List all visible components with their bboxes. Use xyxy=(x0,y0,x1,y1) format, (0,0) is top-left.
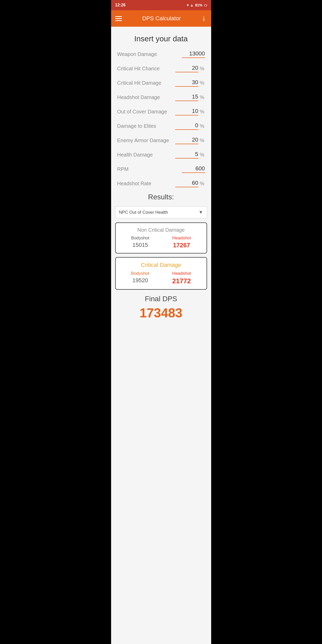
critical-bodyshot-label: Bodyshot xyxy=(131,271,149,276)
non-critical-card-row: Bodyshot 15015 Headshot 17267 xyxy=(120,236,202,249)
input-wrapper-rpm xyxy=(182,165,205,173)
non-critical-bodyshot-label: Bodyshot xyxy=(131,236,149,241)
input-wrapper-damage-to-elites: % xyxy=(175,122,205,130)
signal-icon: ▲ xyxy=(190,3,194,7)
share-button[interactable]: ⭳ xyxy=(201,15,207,22)
input-health-damage[interactable] xyxy=(175,151,198,159)
hamburger-line-1 xyxy=(115,16,122,17)
menu-button[interactable] xyxy=(115,16,122,21)
input-wrapper-critical-hit-chance: % xyxy=(175,65,205,72)
non-critical-headshot-value: 17267 xyxy=(173,242,190,249)
unit-health-damage: % xyxy=(200,152,205,158)
non-critical-bodyshot-col: Bodyshot 15015 xyxy=(131,236,149,249)
unit-critical-hit-damage: % xyxy=(200,80,205,86)
form-row-rpm: RPM xyxy=(115,164,207,174)
label-rpm: RPM xyxy=(117,166,182,172)
label-weapon-damage: Weapon Damage xyxy=(117,51,182,57)
final-dps-label: Final DPS xyxy=(115,295,207,303)
hamburger-line-3 xyxy=(115,20,122,21)
form-row-health-damage: Health Damage % xyxy=(115,150,207,160)
input-wrapper-headshot-rate: % xyxy=(175,180,205,187)
status-bar: 12:26 ▾ ▲ 81% ⬭ xyxy=(111,0,211,10)
npc-dropdown[interactable]: NPC Out of Cover Health ▼ xyxy=(115,206,207,218)
label-critical-hit-damage: Critical Hit Damage xyxy=(117,80,175,86)
input-enemy-armor-damage[interactable] xyxy=(175,136,198,144)
form-row-weapon-damage: Weapon Damage xyxy=(115,49,207,59)
unit-critical-hit-chance: % xyxy=(200,66,205,72)
form-fields: Weapon Damage Critical Hit Chance % Crit… xyxy=(115,49,207,188)
label-health-damage: Health Damage xyxy=(117,152,175,158)
unit-enemy-armor-damage: % xyxy=(200,138,205,143)
dropdown-selected-label: NPC Out of Cover Health xyxy=(119,210,168,215)
non-critical-card-title: Non Critical Damage xyxy=(120,227,202,233)
final-dps-value: 173483 xyxy=(115,306,207,320)
critical-card-title: Critical Damage xyxy=(120,262,202,268)
input-wrapper-enemy-armor-damage: % xyxy=(175,136,205,144)
battery-percentage: 81% xyxy=(195,3,202,7)
input-wrapper-critical-hit-damage: % xyxy=(175,79,205,87)
input-rpm[interactable] xyxy=(182,165,205,173)
input-damage-to-elites[interactable] xyxy=(175,122,198,130)
non-critical-bodyshot-value: 15015 xyxy=(132,242,148,248)
form-row-out-of-cover-damage: Out of Cover Damage % xyxy=(115,107,207,116)
critical-damage-card: Critical Damage Bodyshot 19520 Headshot … xyxy=(115,257,207,290)
final-dps-section: Final DPS 173483 xyxy=(115,295,207,328)
input-out-of-cover-damage[interactable] xyxy=(175,108,198,115)
unit-headshot-rate: % xyxy=(200,181,205,187)
critical-headshot-col: Headshot 21772 xyxy=(172,271,191,285)
results-title: Results: xyxy=(115,193,207,201)
input-wrapper-weapon-damage xyxy=(182,50,205,58)
input-weapon-damage[interactable] xyxy=(182,50,205,58)
label-damage-to-elites: Damage to Elites xyxy=(117,123,175,129)
input-headshot-rate[interactable] xyxy=(175,180,198,187)
input-critical-hit-damage[interactable] xyxy=(175,79,198,87)
input-critical-hit-chance[interactable] xyxy=(175,65,198,72)
critical-card-row: Bodyshot 19520 Headshot 21772 xyxy=(120,271,202,285)
input-wrapper-health-damage: % xyxy=(175,151,205,159)
critical-headshot-label: Headshot xyxy=(172,271,191,276)
input-headshot-damage[interactable] xyxy=(175,93,198,101)
critical-bodyshot-col: Bodyshot 19520 xyxy=(131,271,149,285)
label-out-of-cover-damage: Out of Cover Damage xyxy=(117,109,175,115)
form-row-enemy-armor-damage: Enemy Armor Damage % xyxy=(115,135,207,145)
unit-out-of-cover-damage: % xyxy=(200,109,205,115)
phone-container: 12:26 ▾ ▲ 81% ⬭ DPS Calculator ⭳ Insert … xyxy=(111,0,211,644)
form-row-damage-to-elites: Damage to Elites % xyxy=(115,121,207,131)
form-row-headshot-rate: Headshot Rate % xyxy=(115,179,207,188)
form-row-critical-hit-damage: Critical Hit Damage % xyxy=(115,78,207,88)
critical-headshot-value: 21772 xyxy=(172,277,191,285)
label-critical-hit-chance: Critical Hit Chance xyxy=(117,66,175,72)
status-right: ▾ ▲ 81% ⬭ xyxy=(187,3,207,7)
non-critical-headshot-col: Headshot 17267 xyxy=(172,236,191,249)
non-critical-damage-card: Non Critical Damage Bodyshot 15015 Heads… xyxy=(115,222,207,253)
main-content: Insert your data Weapon Damage Critical … xyxy=(111,27,211,336)
form-row-headshot-damage: Headshot Damage % xyxy=(115,92,207,102)
label-enemy-armor-damage: Enemy Armor Damage xyxy=(117,138,175,143)
label-headshot-damage: Headshot Damage xyxy=(117,94,175,100)
status-time: 12:26 xyxy=(115,3,126,7)
non-critical-headshot-label: Headshot xyxy=(172,236,191,241)
app-title: DPS Calculator xyxy=(142,15,181,22)
hamburger-line-2 xyxy=(115,18,122,19)
app-bar: DPS Calculator ⭳ xyxy=(111,10,211,27)
battery-icon: ⬭ xyxy=(204,3,207,7)
dropdown-arrow-icon: ▼ xyxy=(199,210,203,215)
label-headshot-rate: Headshot Rate xyxy=(117,181,175,187)
form-row-critical-hit-chance: Critical Hit Chance % xyxy=(115,64,207,73)
unit-headshot-damage: % xyxy=(200,94,205,100)
wifi-icon: ▾ xyxy=(187,3,189,7)
input-wrapper-headshot-damage: % xyxy=(175,93,205,101)
critical-bodyshot-value: 19520 xyxy=(132,277,148,284)
page-title: Insert your data xyxy=(115,34,207,43)
unit-damage-to-elites: % xyxy=(200,123,205,129)
input-wrapper-out-of-cover-damage: % xyxy=(175,108,205,115)
